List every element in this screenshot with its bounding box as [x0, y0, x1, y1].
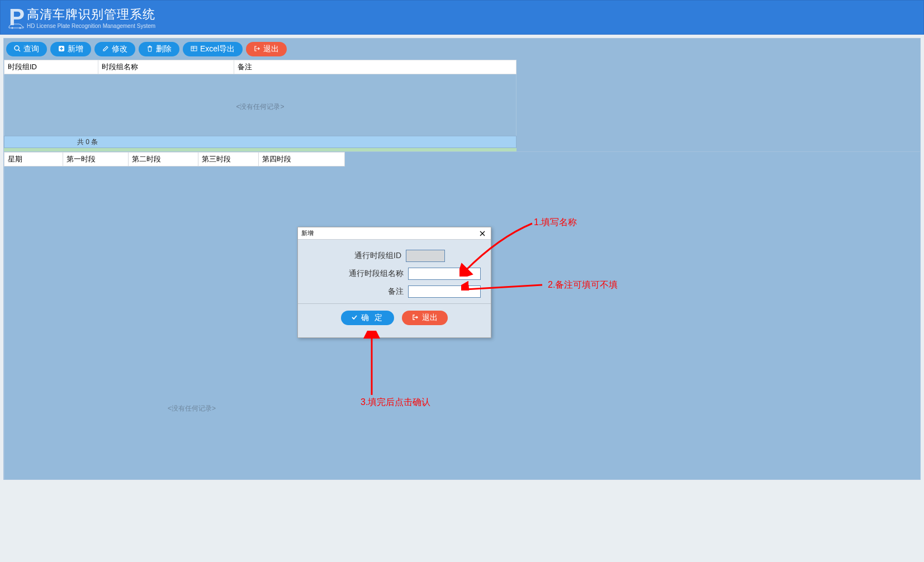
edit-button[interactable]: 修改	[94, 42, 135, 56]
col-period4[interactable]: 第四时段	[259, 153, 345, 166]
empty-text-2: <没有任何记录>	[168, 404, 216, 413]
empty-text-1: <没有任何记录>	[236, 103, 284, 111]
export-button[interactable]: Excel导出	[183, 42, 243, 56]
group-id-label: 通行时段组ID	[354, 251, 401, 261]
col-group-id[interactable]: 时段组ID	[4, 60, 98, 74]
dialog-title-text: 新增	[301, 229, 314, 237]
check-icon	[351, 313, 358, 322]
svg-rect-7	[191, 46, 197, 51]
exit-icon	[254, 45, 260, 54]
car-icon	[8, 22, 25, 29]
ok-label: 确 定	[361, 313, 384, 323]
col-weekday[interactable]: 星期	[4, 153, 63, 166]
app-title-cn: 高清车牌识别管理系统	[27, 6, 155, 23]
dialog-titlebar[interactable]: 新增	[298, 227, 491, 240]
edit-icon	[102, 45, 109, 54]
group-name-label: 通行时段组名称	[349, 269, 404, 279]
excel-icon	[191, 45, 197, 54]
dialog-body: 通行时段组ID 通行时段组名称 备注 确 定 退出	[298, 240, 491, 337]
plus-icon	[58, 45, 65, 54]
search-icon	[14, 45, 21, 54]
schedule-body: <没有任何记录>	[4, 166, 345, 479]
col-period1[interactable]: 第一时段	[63, 153, 129, 166]
col-period3[interactable]: 第三时段	[198, 153, 259, 166]
footer-count: 共 0 条	[77, 137, 98, 147]
trash-icon	[146, 45, 153, 54]
query-label: 查询	[23, 44, 39, 54]
dialog-exit-button[interactable]: 退出	[402, 311, 448, 325]
edit-label: 修改	[112, 44, 127, 54]
timespan-group-table: 时段组ID 时段组名称 备注	[4, 60, 517, 74]
app-title-en: HD License Plate Recognition Management …	[27, 23, 155, 29]
add-label: 新增	[68, 44, 83, 54]
exit-button[interactable]: 退出	[246, 42, 287, 56]
toolbar: 查询 新增 修改 删除 Excel导出	[4, 39, 920, 60]
dialog-exit-label: 退出	[422, 313, 438, 323]
remark-label: 备注	[388, 287, 404, 297]
col-remark[interactable]: 备注	[234, 60, 517, 74]
group-id-input	[406, 250, 445, 262]
ok-button[interactable]: 确 定	[341, 311, 394, 325]
export-label: Excel导出	[200, 44, 235, 54]
exit-label: 退出	[263, 44, 279, 54]
dialog-separator	[298, 303, 491, 304]
col-period2[interactable]: 第二时段	[129, 153, 198, 166]
timespan-group-body: <没有任何记录>	[4, 74, 517, 136]
app-header: P 高清车牌识别管理系统 HD License Plate Recognitio…	[0, 0, 924, 35]
svg-point-1	[20, 27, 21, 29]
query-button[interactable]: 查询	[6, 42, 47, 56]
schedule-table: 星期 第一时段 第二时段 第三时段 第四时段	[4, 152, 345, 166]
svg-line-3	[18, 50, 20, 51]
app-logo: P 高清车牌识别管理系统 HD License Plate Recognitio…	[9, 6, 155, 29]
group-name-input[interactable]	[408, 268, 481, 280]
remark-input[interactable]	[408, 285, 481, 298]
svg-point-2	[15, 46, 19, 50]
dialog-close-button[interactable]	[476, 228, 489, 239]
add-dialog: 新增 通行时段组ID 通行时段组名称 备注 确 定	[297, 227, 491, 338]
close-icon	[480, 231, 485, 236]
exit-icon	[412, 313, 419, 322]
add-button[interactable]: 新增	[50, 42, 91, 56]
delete-label: 删除	[156, 44, 172, 54]
col-group-name[interactable]: 时段组名称	[98, 60, 234, 74]
svg-point-0	[12, 27, 13, 29]
timespan-group-footer: 共 0 条	[4, 136, 517, 148]
delete-button[interactable]: 删除	[139, 42, 179, 56]
